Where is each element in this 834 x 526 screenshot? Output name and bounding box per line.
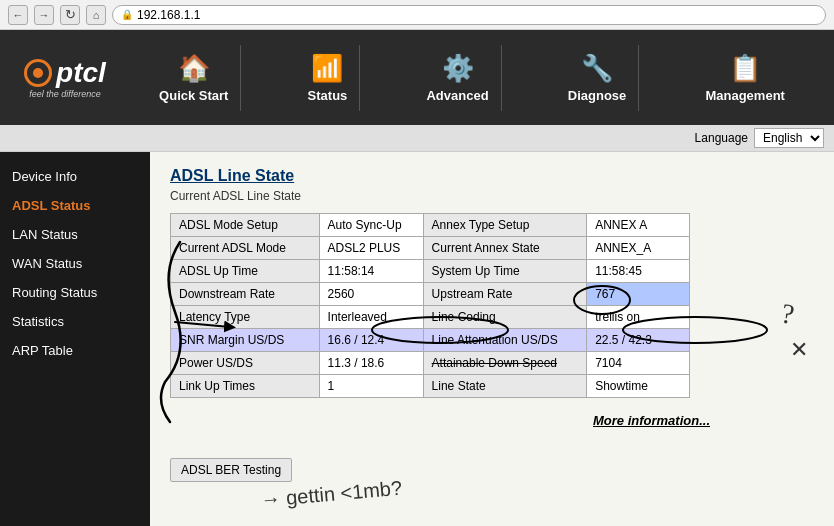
page-title: ADSL Line State [170,167,814,185]
language-bar: Language English [0,125,834,152]
label-cell: System Up Time [423,260,587,283]
forward-button[interactable]: → [34,5,54,25]
sidebar-item-lan-status[interactable]: LAN Status [0,220,150,249]
table-row: ADSL Up Time 11:58:14 System Up Time 11:… [171,260,690,283]
value-cell: ADSL2 PLUS [319,237,423,260]
value-downstream: 2560 [319,283,423,306]
label-cell: ADSL Mode Setup [171,214,320,237]
sidebar-item-device-info[interactable]: Device Info [0,162,150,191]
label-snr: SNR Margin US/DS [171,329,320,352]
label-cell: Line State [423,375,587,398]
label-upstream: Upstream Rate [423,283,587,306]
quick-start-icon: 🏠 [178,53,210,84]
home-button[interactable]: ⌂ [86,5,106,25]
table-row: Downstream Rate 2560 Upstream Rate 767 [171,283,690,306]
advanced-icon: ⚙️ [442,53,474,84]
sidebar-item-wan-status[interactable]: WAN Status [0,249,150,278]
nav-management[interactable]: 📋 Management [693,45,796,111]
label-cell: ADSL Up Time [171,260,320,283]
value-cell: 11.3 / 18.6 [319,352,423,375]
sidebar-item-routing-status[interactable]: Routing Status [0,278,150,307]
table-row: Current ADSL Mode ADSL2 PLUS Current Ann… [171,237,690,260]
table-row: SNR Margin US/DS 16.6 / 12.4 Line Attenu… [171,329,690,352]
page-subtitle: Current ADSL Line State [170,189,814,203]
table-row: Link Up Times 1 Line State Showtime [171,375,690,398]
main-layout: Device Info ADSL Status LAN Status WAN S… [0,152,834,526]
browser-bar: ← → ↻ ⌂ 🔒 192.168.1.1 [0,0,834,30]
value-attenuation: 22.5 / 42.3 [587,329,690,352]
top-nav: ptcl feel the difference 🏠 Quick Start 📶… [0,30,834,125]
ber-testing-button[interactable]: ADSL BER Testing [170,458,292,482]
nav-quick-start[interactable]: 🏠 Quick Start [147,45,241,111]
value-upstream: 767 [587,283,690,306]
nav-advanced-label: Advanced [426,88,488,103]
label-attainable: Attainable Down Speed [423,352,587,375]
label-cell: Annex Type Setup [423,214,587,237]
value-cell: trellis on [587,306,690,329]
adsl-table: ADSL Mode Setup Auto Sync-Up Annex Type … [170,213,690,398]
label-cell: Power US/DS [171,352,320,375]
value-cell: 11:58:14 [319,260,423,283]
logo-circle [24,59,52,87]
content-area: ADSL Line State Current ADSL Line State … [150,152,834,526]
value-attainable: 7104 [587,352,690,375]
language-label: Language [695,131,748,145]
nav-status[interactable]: 📶 Status [296,45,361,111]
label-cell: Latency Type [171,306,320,329]
address-bar[interactable]: 🔒 192.168.1.1 [112,5,826,25]
sidebar-item-adsl-status[interactable]: ADSL Status [0,191,150,220]
nav-diagnose[interactable]: 🔧 Diagnose [556,45,640,111]
value-cell: ANNEX_A [587,237,690,260]
more-info-link[interactable]: More information... [593,413,710,428]
sidebar: Device Info ADSL Status LAN Status WAN S… [0,152,150,526]
label-cell: Link Up Times [171,375,320,398]
svg-text:✕: ✕ [790,337,808,362]
status-icon: 📶 [311,53,343,84]
table-row: Latency Type Interleaved Line Coding tre… [171,306,690,329]
reload-button[interactable]: ↻ [60,5,80,25]
management-icon: 📋 [729,53,761,84]
svg-text:?: ? [779,297,797,330]
back-button[interactable]: ← [8,5,28,25]
label-cell: Current Annex State [423,237,587,260]
diagnose-icon: 🔧 [581,53,613,84]
value-cell: 11:58:45 [587,260,690,283]
nav-diagnose-label: Diagnose [568,88,627,103]
value-snr: 16.6 / 12.4 [319,329,423,352]
label-downstream: Downstream Rate [171,283,320,306]
value-cell: Auto Sync-Up [319,214,423,237]
value-cell: Interleaved [319,306,423,329]
label-cell: Line Coding [423,306,587,329]
nav-items: 🏠 Quick Start 📶 Status ⚙️ Advanced 🔧 Dia… [120,45,824,111]
logo: ptcl [24,57,106,89]
sidebar-item-statistics[interactable]: Statistics [0,307,150,336]
nav-management-label: Management [705,88,784,103]
table-row: ADSL Mode Setup Auto Sync-Up Annex Type … [171,214,690,237]
nav-status-label: Status [308,88,348,103]
more-info-section: More information... [170,413,710,428]
url-text: 192.168.1.1 [137,8,200,22]
value-cell: 1 [319,375,423,398]
value-cell: Showtime [587,375,690,398]
label-cell: Current ADSL Mode [171,237,320,260]
logo-area: ptcl feel the difference [10,57,120,99]
label-attenuation: Line Attenuation US/DS [423,329,587,352]
language-select[interactable]: English [754,128,824,148]
nav-advanced[interactable]: ⚙️ Advanced [414,45,501,111]
table-row: Power US/DS 11.3 / 18.6 Attainable Down … [171,352,690,375]
value-cell: ANNEX A [587,214,690,237]
logo-tagline: feel the difference [29,89,101,99]
nav-quick-start-label: Quick Start [159,88,228,103]
sidebar-item-arp-table[interactable]: ARP Table [0,336,150,365]
lock-icon: 🔒 [121,9,133,20]
